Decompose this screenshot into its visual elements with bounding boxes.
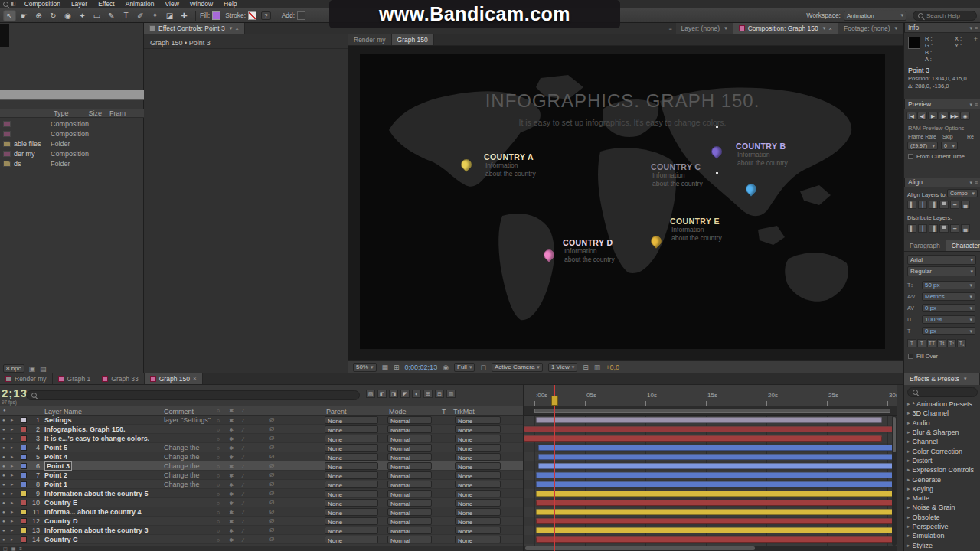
distribute-button[interactable]: ▄ [961,224,970,233]
parent-dropdown[interactable]: None▾ [325,425,378,433]
effects-search-input[interactable] [907,387,978,397]
twirl-icon[interactable]: ▸ [907,477,910,483]
layer-switches[interactable]: ○ ✱ ∕ [217,528,247,534]
visibility-icon[interactable]: ● [2,482,5,487]
visibility-icon[interactable]: ● [2,418,5,422]
layer-name[interactable]: Settings [44,416,72,424]
layer-name[interactable]: Informa... about the country 4 [44,508,142,516]
twirl-icon[interactable]: ▸ [11,426,14,432]
twirl-icon[interactable]: ▸ [11,536,14,543]
visibility-icon[interactable]: ● [2,464,5,468]
layer-switches[interactable]: ○ ✱ ∕ [217,427,247,433]
mask-visibility-icon[interactable]: ⊞ [394,364,400,371]
in-out-columns-icon[interactable]: ≡ [19,546,22,551]
parent-dropdown[interactable]: None▾ [325,508,378,516]
twirl-icon[interactable]: ▸ [11,518,14,524]
distribute-button[interactable]: ━ [950,224,959,233]
scrollbar-thumb[interactable] [525,546,755,550]
motion-blur-icon[interactable]: Ø [270,481,274,487]
hide-shy-icon[interactable]: ◨ [389,390,398,398]
puppet-pin-tool[interactable]: ✚ [178,10,191,21]
trash-icon[interactable]: ▤ [40,365,47,373]
timeline-layer-row[interactable]: ● ▸ 9 Information about the country 5 ○ … [0,489,523,498]
chevron-down-icon[interactable]: ▾ [969,102,972,107]
effects-category[interactable]: ▸ Audio [904,419,980,428]
selection-tool[interactable]: ↖ [3,10,16,21]
char-style-button[interactable]: T [917,339,926,347]
work-area-region[interactable] [534,409,890,413]
twirl-icon[interactable]: ▸ [907,523,910,530]
twirl-icon[interactable]: ▸ [11,435,14,442]
layer-duration-bar[interactable] [536,536,893,543]
layer-name[interactable]: Information about the country 5 [44,490,149,497]
twirl-icon[interactable]: ▸ [11,463,14,469]
close-icon[interactable]: × [235,25,239,32]
label-color-chip[interactable] [21,435,27,442]
panel-menu-icon[interactable]: ≡ [669,26,672,31]
skip-dropdown[interactable]: 0▾ [941,142,958,150]
brush-tool[interactable]: ✐ [134,10,147,21]
resolution-dropdown[interactable]: Full▾ [454,363,475,372]
layer-name[interactable]: Point 4 [44,453,67,461]
mode-dropdown[interactable]: Normal▾ [387,490,432,497]
layer-duration-bar[interactable] [538,445,893,451]
layer-name[interactable]: Point 2 [44,471,67,479]
timeline-tab[interactable]: Graph 1 [53,373,97,384]
vertical-scrollbar[interactable] [892,416,897,546]
frame-blend-icon[interactable]: ◩ [400,390,410,398]
visibility-icon[interactable]: ● [2,427,5,432]
column-parent[interactable]: Parent [326,408,347,416]
effects-category[interactable]: ▸ * Animation Presets [904,399,980,409]
align-button[interactable]: ▄ [961,201,970,209]
layer-switches[interactable]: ○ ✱ ∕ [217,445,247,452]
project-columns-header[interactable]: Type Size Fram [0,109,144,118]
align-button[interactable]: ▀ [939,201,949,209]
effects-category[interactable]: ▸ Distort [904,456,980,465]
effects-category[interactable]: ▸ Generate [904,474,980,484]
trkmat-dropdown[interactable]: None▾ [455,536,501,543]
visibility-icon[interactable]: ● [2,537,5,542]
distribute-button[interactable]: ┃ [918,224,927,233]
stroke-color-swatch[interactable] [248,11,256,20]
label-color-chip[interactable] [21,426,27,432]
visibility-icon[interactable]: ● [2,445,5,450]
visibility-icon[interactable]: ● [2,528,5,533]
mode-dropdown[interactable]: Normal▾ [387,444,432,452]
motion-blur-icon[interactable]: ◐ [412,390,421,398]
effects-category[interactable]: ▸ Blur & Sharpen [904,428,980,437]
timeline-layer-row[interactable]: ● ▸ 14 Country C ○ ✱ ∕ Ø None▾ Normal▾ N… [0,535,523,544]
brainstorm-icon[interactable]: ⊞ [423,390,433,398]
tab-effect-controls[interactable]: Effect Controls: Point 3 ▾ × [144,23,245,34]
twirl-icon[interactable]: ▸ [11,454,14,460]
scrollbar-thumb[interactable] [893,417,896,452]
camera-dropdown[interactable]: Active Camera▾ [492,363,543,372]
column-layer-name[interactable]: Layer Name [44,408,82,416]
twirl-icon[interactable]: ▸ [907,420,910,426]
type-tool[interactable]: T [119,10,132,21]
transport-button[interactable]: ▶▶ [949,112,959,120]
tab-character[interactable]: Character [946,240,980,251]
trkmat-dropdown[interactable]: None▾ [455,416,501,424]
preview-panel-header[interactable]: Preview ▾≡ [904,99,980,109]
menu-item[interactable]: View [160,0,185,8]
rotation-tool[interactable]: ↻ [47,10,60,21]
parent-dropdown[interactable]: None▾ [325,416,378,424]
font-family-dropdown[interactable]: Arial▾ [907,255,976,265]
twirl-icon[interactable]: ▸ [11,500,14,506]
layer-name[interactable]: Point 5 [44,444,67,452]
timeline-tab[interactable]: Graph 150 × [145,373,203,384]
twirl-icon[interactable]: ▸ [907,533,910,539]
label-color-chip[interactable] [21,463,27,469]
horizontal-scrollbar[interactable] [524,546,897,551]
layer-comment[interactable]: Change the [164,444,200,452]
layer-switches[interactable]: ○ ✱ ∕ [217,436,247,442]
timeline-track-area[interactable] [524,416,897,546]
visibility-icon[interactable]: ● [2,519,5,523]
info-panel-header[interactable]: Info ▾≡ [904,23,980,33]
timeline-search-input[interactable] [26,390,360,400]
twirl-icon[interactable]: ▸ [907,429,910,435]
chevron-down-icon[interactable]: ▾ [724,25,727,31]
layer-name[interactable]: Point 3 [44,461,72,471]
twirl-icon[interactable]: ▸ [11,527,14,533]
layer-switches[interactable]: ○ ✱ ∕ [217,537,247,543]
